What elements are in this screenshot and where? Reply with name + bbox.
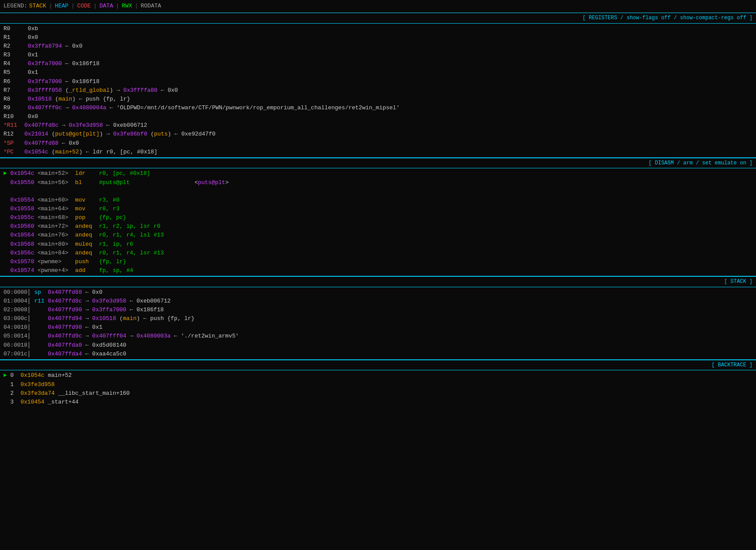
reg-r1: R1 0x0 [3,33,753,42]
disasm-row-10: 0x10574 <pwnme+4> add fp, sp, #4 [3,266,753,275]
legend-data: DATA [100,2,113,10]
reg-sp: *SP 0x407ffd88 ← 0x0 [3,139,753,148]
stack-row-2: 02:0008 │ 0x407ffd90 → 0x3ffa7000 ← 0x18… [3,306,753,314]
bt-row-2: 2 0x3fe3da74 __libc_start_main+160 [3,389,753,398]
bt-row-3: 3 0x10454 _start+44 [3,398,753,407]
disasm-row-7: 0x10568 <main+80> muleq r1, ip, r6 [3,240,753,249]
stack-row-4: 04:0010 │ 0x407ffd98 ← 0x1 [3,323,753,332]
reg-r4: R4 0x3ffa7000 ← 0x186f18 [3,59,753,68]
stack-header: [ STACK ] [0,276,756,287]
disasm-row-4: 0x1055c <main+68> pop {fp, pc} [3,213,753,222]
legend-stack: STACK [29,2,46,10]
reg-r2: R2 0x3ffa8794 ← 0x0 [3,42,753,51]
legend-bar: LEGEND: STACK | HEAP | CODE | DATA | RWX… [0,0,756,13]
bt-row-0: ► 0 0x1054c main+52 [3,371,753,380]
legend-rwx: RWX [122,2,132,10]
disasm-row-1: 0x10550 <main+56> bl #puts@plt <puts@plt… [3,178,753,187]
stack-panel: 00:0000 │ sp 0x407ffd88 ← 0x0 01:0004 │ … [0,287,756,360]
bt-row-1: 1 0x3fe3d958 [3,380,753,389]
reg-r5: R5 0x1 [3,68,753,77]
disasm-row-8: 0x1056c <main+84> andeq r0, r1, r4, lsr … [3,249,753,258]
stack-row-1: 01:0004 │ r11 0x407ffd8c → 0x3fe3d958 ← … [3,297,753,306]
disasm-header: [ DISASM / arm / set emulate on ] [0,158,756,169]
reg-r9: R9 0x407fff0c → 0x4080004a ← 'OLDPWD=/mn… [3,104,753,112]
reg-r10: R10 0x0 [3,112,753,121]
stack-row-7: 07:001c │ 0x407ffda4 ← 0xaa4ca5c0 [3,350,753,359]
legend-heap: HEAP [55,2,68,10]
stack-row-5: 05:0014 │ 0x407ffd9c → 0x407fff04 → 0x40… [3,332,753,341]
backtrace-panel: ► 0 0x1054c main+52 1 0x3fe3d958 2 0x3fe… [0,370,756,407]
reg-r11: *R11 0x407ffd8c → 0x3fe3d958 ← 0xeb00671… [3,121,753,130]
disasm-row-5: 0x10560 <main+72> andeq r1, r2, ip, lsr … [3,222,753,231]
disasm-panel: ► 0x1054c <main+52> ldr r0, [pc, #0x18] … [0,168,756,276]
reg-r8: R8 0x10518 (main) ← push {fp, lr} [3,95,753,104]
disasm-row-9: 0x10570 <pwnme> push {fp, lr} [3,258,753,266]
registers-panel: R0 0xb R1 0x0 R2 0x3ffa8794 ← 0x0 R3 0x1… [0,24,756,158]
backtrace-header: [ BACKTRACE ] [0,360,756,371]
disasm-row-blank [3,187,753,196]
reg-pc: *PC 0x1054c (main+52) ← ldr r0, [pc, #0x… [3,148,753,157]
disasm-row-2: 0x10554 <main+60> mov r3, #0 [3,196,753,205]
legend-rodata: RODATA [141,2,161,10]
disasm-row-0: ► 0x1054c <main+52> ldr r0, [pc, #0x18] [3,169,753,178]
legend-code: CODE [77,2,91,10]
reg-r7: R7 0x3ffff058 (_rtld_global) → 0x3ffffa8… [3,86,753,95]
disasm-row-3: 0x10558 <main+64> mov r0, r3 [3,205,753,213]
reg-r12: R12 0x21014 (puts@got[plt]) → 0x3fe86bf0… [3,130,753,139]
stack-row-6: 06:0018 │ 0x407ffda0 ← 0xd5d08140 [3,341,753,350]
registers-header: [ REGISTERS / show-flags off / show-comp… [0,13,756,24]
reg-r6: R6 0x3ffa7000 ← 0x186f18 [3,77,753,86]
stack-row-3: 03:000c │ 0x407ffd94 → 0x10518 (main) ← … [3,314,753,323]
legend-label: LEGEND: [3,2,28,10]
disasm-row-6: 0x10564 <main+76> andeq r0, r1, r4, lsl … [3,231,753,240]
reg-r0: R0 0xb [3,24,753,33]
stack-row-0: 00:0000 │ sp 0x407ffd88 ← 0x0 [3,288,753,297]
reg-r3: R3 0x1 [3,51,753,59]
